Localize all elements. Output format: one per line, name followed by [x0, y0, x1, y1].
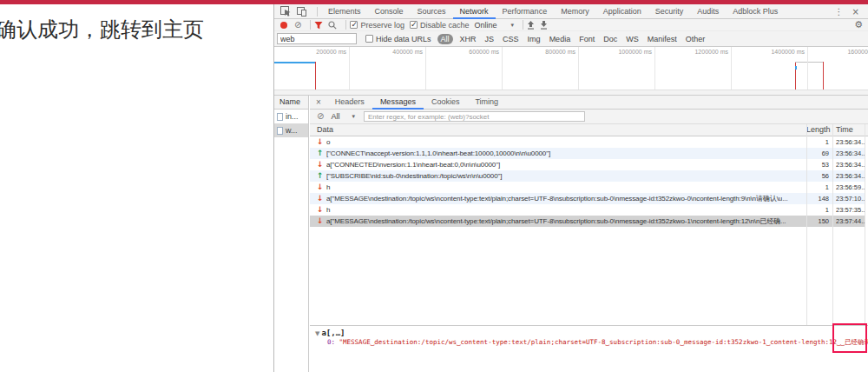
- throttling-value: Online: [474, 21, 496, 30]
- request-item[interactable]: w...: [274, 123, 308, 137]
- disable-cache-label: Disable cache: [420, 21, 470, 30]
- filter-type-xhr[interactable]: XHR: [460, 35, 477, 43]
- timeline-gridline: [349, 47, 350, 90]
- disable-cache-checkbox[interactable]: [410, 21, 418, 29]
- frame-data-text: a["MESSAGE\ndestination:/topic/ws\nconte…: [326, 216, 806, 227]
- tab-memory[interactable]: Memory: [554, 4, 596, 19]
- preserve-log-checkbox[interactable]: [350, 21, 358, 29]
- tab-network[interactable]: Network: [453, 4, 496, 19]
- message-filter-select[interactable]: All ▾: [331, 112, 355, 121]
- filter-type-manifest[interactable]: Manifest: [648, 35, 677, 43]
- frame-row[interactable]: ↓h123:57:35...: [310, 204, 865, 216]
- filter-input[interactable]: [277, 33, 357, 44]
- kebab-menu-icon[interactable]: ⋮: [835, 7, 844, 17]
- hide-data-urls-control[interactable]: Hide data URLs: [365, 35, 431, 43]
- filter-type-media[interactable]: Media: [549, 35, 571, 43]
- import-har-icon[interactable]: [527, 21, 535, 30]
- tab-sources[interactable]: Sources: [411, 4, 453, 19]
- name-column-header[interactable]: Name: [274, 96, 308, 110]
- frame-time: 23:56:34...: [832, 170, 865, 182]
- frame-length: 1: [806, 136, 832, 148]
- clear-messages-icon[interactable]: ⊘: [317, 112, 324, 121]
- frame-row[interactable]: ↓a["MESSAGE\ndestination:/topic/ws\ncont…: [310, 216, 865, 227]
- column-header-data[interactable]: Data: [310, 124, 806, 136]
- detail-tab-cookies[interactable]: Cookies: [424, 96, 468, 110]
- column-header-length[interactable]: Length: [806, 124, 832, 136]
- search-icon[interactable]: [328, 21, 337, 30]
- hide-data-urls-checkbox[interactable]: [365, 35, 373, 43]
- tab-audits[interactable]: Audits: [690, 4, 726, 19]
- record-button[interactable]: [280, 22, 287, 29]
- tab-console[interactable]: Console: [368, 4, 411, 19]
- preview-entry-value: "MESSAGE‿destination:/topic/ws‿content-t…: [339, 338, 868, 346]
- frame-time: 23:56:34...: [832, 148, 865, 159]
- frame-row[interactable]: ↓a["MESSAGE\ndestination:/topic/ws\ncont…: [310, 193, 865, 204]
- preserve-log-control[interactable]: Preserve log: [350, 21, 404, 30]
- filter-type-font[interactable]: Font: [579, 35, 595, 43]
- frame-time: 23:56:34...: [832, 159, 865, 170]
- column-separator[interactable]: [806, 124, 807, 325]
- frame-row[interactable]: ↑["CONNECT\naccept-version:1.1,1.0\nhear…: [310, 148, 865, 159]
- tree-expander-icon[interactable]: ▼: [315, 330, 319, 337]
- filter-funnel-icon[interactable]: [314, 21, 323, 30]
- timeline-tick-label: 1400000 ms: [753, 49, 805, 55]
- tab-performance[interactable]: Performance: [496, 4, 555, 19]
- filter-type-ws[interactable]: WS: [626, 35, 639, 43]
- preview-tree-root[interactable]: ▼a[,…]: [315, 329, 868, 337]
- tab-application[interactable]: Application: [596, 4, 648, 19]
- page-status-heading: 确认成功，跳转到主页: [0, 16, 204, 43]
- filter-type-css[interactable]: CSS: [503, 35, 519, 43]
- request-name-column: Name in...w...: [274, 96, 309, 372]
- close-detail-icon[interactable]: ×: [310, 97, 327, 107]
- preserve-log-label: Preserve log: [360, 21, 404, 30]
- network-filter-bar: Hide data URLs AllXHRJSCSSImgMediaFontDo…: [274, 31, 868, 47]
- network-overview-timeline[interactable]: 200000 ms400000 ms600000 ms800000 ms1000…: [274, 47, 868, 96]
- request-detail-panel: × HeadersMessagesCookiesTiming ⊘ All ▾ D…: [310, 96, 868, 372]
- chevron-down-icon: ▾: [352, 113, 355, 120]
- detail-tab-timing[interactable]: Timing: [467, 96, 506, 110]
- timeline-tick-label: 800000 ms: [523, 49, 575, 55]
- request-items: in...w...: [274, 110, 308, 137]
- device-toolbar-icon[interactable]: [297, 7, 307, 17]
- frame-row[interactable]: ↓o123:56:34...: [310, 136, 865, 148]
- timeline-gridline: [807, 47, 808, 90]
- column-separator[interactable]: [832, 124, 833, 325]
- messages-toolbar: ⊘ All ▾: [310, 110, 868, 124]
- timeline-gridline: [578, 47, 579, 90]
- devtools-tab-bar: ElementsConsoleSourcesNetworkPerformance…: [274, 4, 868, 19]
- clear-requests-icon[interactable]: ⊘: [294, 21, 301, 30]
- frame-row[interactable]: ↑["SUBSCRIBE\nid:sub-0\ndestination:/top…: [310, 170, 865, 182]
- filter-type-other[interactable]: Other: [686, 35, 706, 43]
- export-har-icon[interactable]: [540, 21, 548, 30]
- settings-gear-icon[interactable]: ⚙: [854, 19, 868, 30]
- overview-load-marker: [315, 62, 316, 90]
- regex-filter-input[interactable]: [364, 111, 585, 122]
- detail-tab-strip: HeadersMessagesCookiesTiming: [327, 96, 506, 110]
- frame-time: 23:56:34...: [832, 136, 865, 148]
- tab-elements[interactable]: Elements: [321, 4, 368, 19]
- timeline-gridline: [502, 47, 503, 90]
- messages-table-header: Data Length Time: [310, 124, 868, 136]
- inspect-element-icon[interactable]: [280, 6, 292, 17]
- web-page: 确认成功，跳转到主页: [0, 4, 273, 372]
- disable-cache-control[interactable]: Disable cache: [410, 21, 470, 30]
- filter-type-img[interactable]: Img: [528, 35, 541, 43]
- tab-security[interactable]: Security: [648, 4, 691, 19]
- timeline-tick-label: 200000 ms: [294, 49, 346, 55]
- detail-tab-headers[interactable]: Headers: [327, 96, 372, 110]
- close-devtools-icon[interactable]: ×: [852, 7, 859, 17]
- devtools-window-buttons: ⋮ ×: [831, 7, 868, 17]
- frame-row[interactable]: ↓a["CONNECTED\nversion:1.1\nheart-beat:0…: [310, 159, 865, 170]
- frame-row[interactable]: ↓h123:56:59...: [310, 182, 865, 193]
- column-header-time[interactable]: Time: [832, 124, 865, 136]
- timeline-tick-label: 400000 ms: [371, 49, 423, 55]
- filter-type-doc[interactable]: Doc: [603, 35, 617, 43]
- frame-length: 148: [806, 193, 832, 204]
- filter-type-all[interactable]: All: [437, 34, 453, 44]
- detail-tab-messages[interactable]: Messages: [372, 96, 424, 110]
- tab-adblock-plus[interactable]: Adblock Plus: [726, 4, 785, 19]
- network-main-area: Name in...w... × HeadersMessagesCookiesT…: [274, 96, 868, 372]
- filter-type-js[interactable]: JS: [485, 35, 495, 43]
- throttling-select[interactable]: Online ▾: [474, 21, 514, 30]
- request-item[interactable]: in...: [274, 110, 308, 123]
